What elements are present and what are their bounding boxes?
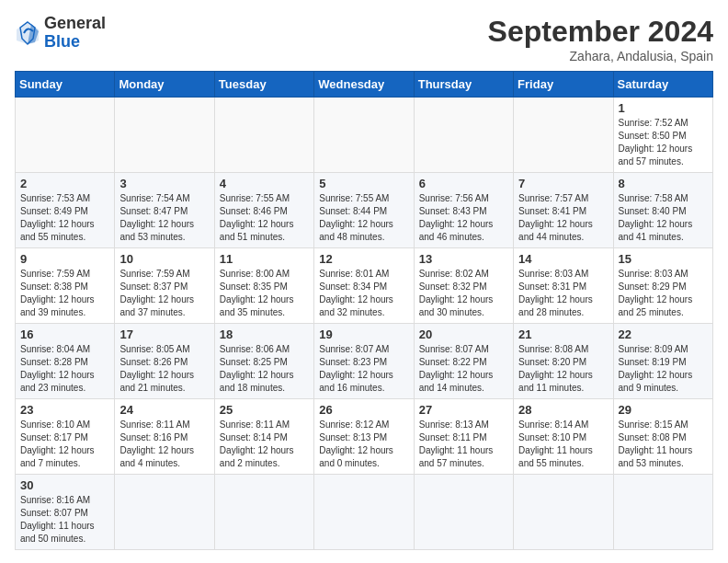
calendar-cell: 22Sunrise: 8:09 AMSunset: 8:19 PMDayligh… [613, 324, 712, 399]
calendar-cell [214, 98, 313, 173]
day-info: Sunrise: 7:59 AMSunset: 8:37 PMDaylight:… [119, 268, 209, 319]
calendar-cell: 13Sunrise: 8:02 AMSunset: 8:32 PMDayligh… [414, 248, 513, 324]
calendar-cell: 24Sunrise: 8:11 AMSunset: 8:16 PMDayligh… [115, 399, 214, 475]
days-row: SundayMondayTuesdayWednesdayThursdayFrid… [16, 72, 713, 98]
day-number: 18 [220, 327, 309, 341]
calendar-cell: 2Sunrise: 7:53 AMSunset: 8:49 PMDaylight… [16, 173, 115, 248]
calendar-cell: 15Sunrise: 8:03 AMSunset: 8:29 PMDayligh… [613, 248, 712, 324]
week-row-2: 2Sunrise: 7:53 AMSunset: 8:49 PMDaylight… [16, 173, 713, 248]
calendar-cell [514, 475, 613, 550]
calendar-cell: 16Sunrise: 8:04 AMSunset: 8:28 PMDayligh… [16, 324, 115, 399]
calendar-cell: 12Sunrise: 8:01 AMSunset: 8:34 PMDayligh… [314, 248, 414, 324]
calendar-cell: 27Sunrise: 8:13 AMSunset: 8:11 PMDayligh… [414, 399, 513, 475]
day-info: Sunrise: 8:04 AMSunset: 8:28 PMDaylight:… [20, 343, 109, 395]
day-info: Sunrise: 8:07 AMSunset: 8:22 PMDaylight:… [419, 343, 508, 395]
calendar-cell: 19Sunrise: 8:07 AMSunset: 8:23 PMDayligh… [314, 324, 414, 399]
location-subtitle: Zahara, Andalusia, Spain [488, 49, 713, 63]
day-info: Sunrise: 8:03 AMSunset: 8:31 PMDaylight:… [518, 268, 608, 319]
calendar-cell: 10Sunrise: 7:59 AMSunset: 8:37 PMDayligh… [115, 248, 214, 324]
day-number: 16 [20, 327, 109, 341]
day-info: Sunrise: 8:01 AMSunset: 8:34 PMDaylight:… [319, 268, 408, 319]
calendar-cell: 25Sunrise: 8:11 AMSunset: 8:14 PMDayligh… [214, 399, 313, 475]
day-header-thursday: Thursday [414, 72, 513, 98]
day-number: 27 [419, 403, 508, 417]
calendar-cell: 5Sunrise: 7:55 AMSunset: 8:44 PMDaylight… [314, 173, 414, 248]
day-info: Sunrise: 7:54 AMSunset: 8:47 PMDaylight:… [119, 192, 209, 244]
calendar-cell: 30Sunrise: 8:16 AMSunset: 8:07 PMDayligh… [16, 475, 115, 550]
day-info: Sunrise: 7:53 AMSunset: 8:49 PMDaylight:… [20, 192, 109, 244]
day-info: Sunrise: 8:11 AMSunset: 8:16 PMDaylight:… [119, 419, 209, 470]
logo: General Blue [15, 15, 106, 52]
calendar-table: SundayMondayTuesdayWednesdayThursdayFrid… [15, 71, 713, 550]
week-row-4: 16Sunrise: 8:04 AMSunset: 8:28 PMDayligh… [16, 324, 713, 399]
calendar-cell [314, 475, 414, 550]
day-number: 25 [220, 403, 309, 417]
day-number: 10 [119, 252, 209, 266]
month-year-title: September 2024 [488, 15, 713, 49]
day-info: Sunrise: 8:06 AMSunset: 8:25 PMDaylight:… [220, 343, 309, 395]
day-number: 15 [619, 252, 708, 266]
day-info: Sunrise: 8:13 AMSunset: 8:11 PMDaylight:… [419, 419, 508, 470]
week-row-1: 1Sunrise: 7:52 AMSunset: 8:50 PMDaylight… [16, 98, 713, 173]
calendar-cell [613, 475, 712, 550]
calendar-cell [414, 98, 513, 173]
day-info: Sunrise: 8:16 AMSunset: 8:07 PMDaylight:… [20, 494, 109, 546]
day-info: Sunrise: 7:55 AMSunset: 8:44 PMDaylight:… [319, 192, 408, 244]
calendar-cell: 26Sunrise: 8:12 AMSunset: 8:13 PMDayligh… [314, 399, 414, 475]
day-info: Sunrise: 8:02 AMSunset: 8:32 PMDaylight:… [419, 268, 508, 319]
calendar-cell [115, 475, 214, 550]
calendar-cell [414, 475, 513, 550]
day-info: Sunrise: 8:09 AMSunset: 8:19 PMDaylight:… [619, 343, 708, 395]
calendar-cell: 28Sunrise: 8:14 AMSunset: 8:10 PMDayligh… [514, 399, 613, 475]
day-number: 20 [419, 327, 508, 341]
day-info: Sunrise: 8:07 AMSunset: 8:23 PMDaylight:… [319, 343, 408, 395]
calendar-cell: 7Sunrise: 7:57 AMSunset: 8:41 PMDaylight… [514, 173, 613, 248]
calendar-cell: 8Sunrise: 7:58 AMSunset: 8:40 PMDaylight… [613, 173, 712, 248]
day-number: 5 [319, 177, 408, 190]
day-info: Sunrise: 7:57 AMSunset: 8:41 PMDaylight:… [518, 192, 608, 244]
calendar-header: SundayMondayTuesdayWednesdayThursdayFrid… [16, 72, 713, 98]
day-number: 28 [518, 403, 608, 417]
day-header-friday: Friday [514, 72, 613, 98]
calendar-cell [514, 98, 613, 173]
calendar-cell: 6Sunrise: 7:56 AMSunset: 8:43 PMDaylight… [414, 173, 513, 248]
day-header-tuesday: Tuesday [214, 72, 313, 98]
day-info: Sunrise: 7:59 AMSunset: 8:38 PMDaylight:… [20, 268, 109, 319]
day-number: 19 [319, 327, 408, 341]
week-row-3: 9Sunrise: 7:59 AMSunset: 8:38 PMDaylight… [16, 248, 713, 324]
day-number: 29 [619, 403, 708, 417]
day-number: 12 [319, 252, 408, 266]
day-header-monday: Monday [115, 72, 214, 98]
logo-icon [15, 20, 40, 46]
day-info: Sunrise: 8:15 AMSunset: 8:08 PMDaylight:… [619, 419, 708, 470]
calendar-body: 1Sunrise: 7:52 AMSunset: 8:50 PMDaylight… [16, 98, 713, 550]
calendar-cell: 11Sunrise: 8:00 AMSunset: 8:35 PMDayligh… [214, 248, 313, 324]
page-header: General Blue September 2024 Zahara, Anda… [15, 15, 713, 63]
calendar-cell [115, 98, 214, 173]
day-number: 2 [20, 177, 109, 190]
day-number: 3 [119, 177, 209, 190]
day-number: 7 [518, 177, 608, 190]
day-number: 22 [619, 327, 708, 341]
logo-text: General Blue [44, 15, 106, 52]
calendar-cell: 29Sunrise: 8:15 AMSunset: 8:08 PMDayligh… [613, 399, 712, 475]
logo-general: General [44, 14, 106, 32]
calendar-cell [314, 98, 414, 173]
day-number: 11 [220, 252, 309, 266]
calendar-cell: 23Sunrise: 8:10 AMSunset: 8:17 PMDayligh… [16, 399, 115, 475]
day-info: Sunrise: 7:58 AMSunset: 8:40 PMDaylight:… [619, 192, 708, 244]
calendar-cell: 9Sunrise: 7:59 AMSunset: 8:38 PMDaylight… [16, 248, 115, 324]
day-info: Sunrise: 8:10 AMSunset: 8:17 PMDaylight:… [20, 419, 109, 470]
day-number: 4 [220, 177, 309, 190]
calendar-cell: 4Sunrise: 7:55 AMSunset: 8:46 PMDaylight… [214, 173, 313, 248]
week-row-6: 30Sunrise: 8:16 AMSunset: 8:07 PMDayligh… [16, 475, 713, 550]
day-number: 13 [419, 252, 508, 266]
day-info: Sunrise: 7:52 AMSunset: 8:50 PMDaylight:… [619, 117, 708, 168]
day-info: Sunrise: 8:00 AMSunset: 8:35 PMDaylight:… [220, 268, 309, 319]
day-header-wednesday: Wednesday [314, 72, 414, 98]
day-number: 30 [20, 478, 109, 492]
day-info: Sunrise: 8:11 AMSunset: 8:14 PMDaylight:… [220, 419, 309, 470]
day-header-saturday: Saturday [613, 72, 712, 98]
day-info: Sunrise: 8:14 AMSunset: 8:10 PMDaylight:… [518, 419, 608, 470]
day-info: Sunrise: 8:08 AMSunset: 8:20 PMDaylight:… [518, 343, 608, 395]
